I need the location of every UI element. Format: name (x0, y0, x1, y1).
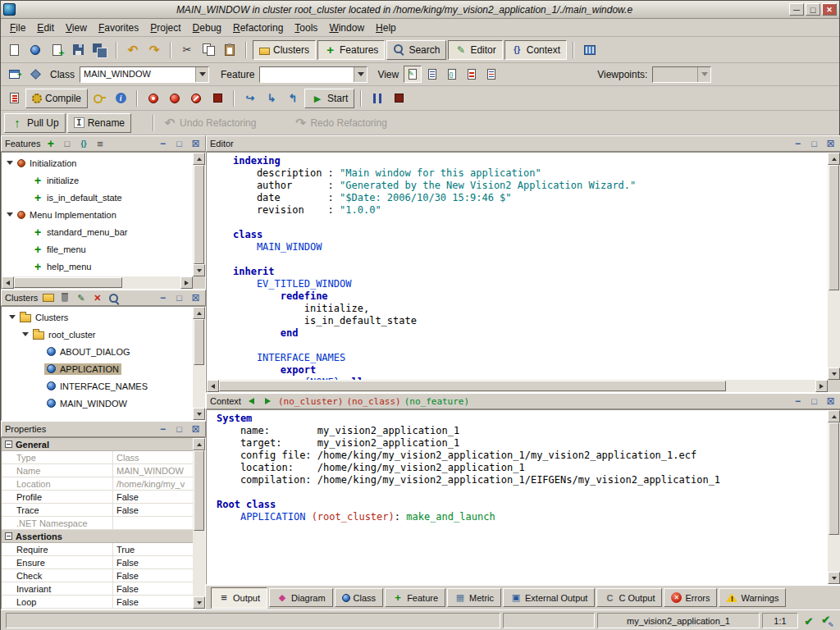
property-value[interactable]: False (113, 492, 193, 502)
pull-up-button[interactable]: Pull Up (4, 113, 66, 133)
edit-cluster-icon[interactable] (75, 292, 87, 304)
clusters-minimize-button[interactable] (157, 292, 169, 304)
menu-item-tools[interactable]: Tools (289, 20, 323, 36)
scroll-track[interactable] (193, 450, 205, 596)
context-vscrollbar[interactable] (828, 410, 840, 584)
tab-errors[interactable]: Errors (664, 588, 717, 607)
clusters-vscrollbar[interactable] (193, 307, 205, 420)
collapse-icon[interactable] (5, 441, 12, 448)
menu-item-project[interactable]: Project (144, 20, 186, 36)
scroll-track[interactable] (828, 165, 840, 368)
property-value[interactable]: /home/king/my_v (113, 479, 193, 489)
class-combobox[interactable]: MAIN_WINDOW (80, 66, 209, 83)
clusters-maximize-button[interactable] (173, 292, 185, 304)
start-button[interactable]: Start (304, 89, 354, 108)
context-crumb[interactable]: (no_class) (346, 396, 400, 407)
feature-item-help_menu[interactable]: help_menu (2, 258, 193, 275)
new-class-button[interactable] (47, 40, 66, 60)
editor-hscrollbar[interactable] (207, 380, 828, 392)
step-over-button[interactable] (240, 89, 260, 108)
view-clickable-button[interactable] (423, 66, 441, 83)
features-hscrollbar[interactable] (2, 276, 193, 289)
toggle-editor-button[interactable]: Editor (448, 40, 502, 60)
property-value[interactable]: False (113, 597, 193, 607)
window-maximize-button[interactable] (806, 3, 820, 16)
toggle-context-button[interactable]: Context (504, 40, 567, 60)
open-file-button[interactable] (25, 40, 45, 60)
property-row-check[interactable]: CheckFalse (2, 569, 193, 582)
view-basic-text-button[interactable] (404, 66, 422, 83)
editor-minimize-button[interactable] (792, 138, 804, 150)
add-feature-icon[interactable] (44, 138, 57, 150)
feature-item-standard_menu_bar[interactable]: standard_menu_bar (2, 223, 193, 240)
features-close-button[interactable] (189, 138, 202, 150)
menu-item-refactoring[interactable]: Refactoring (227, 20, 289, 36)
context-minimize-button[interactable] (792, 395, 804, 408)
properties-vscrollbar[interactable] (193, 438, 205, 609)
properties-minimize-button[interactable] (157, 423, 169, 436)
tab-feature[interactable]: Feature (385, 588, 445, 607)
disable-breakpoints-button[interactable] (165, 89, 185, 108)
breakpoints-tool-button[interactable] (208, 89, 227, 108)
scroll-track[interactable] (193, 319, 205, 408)
property-row-type[interactable]: TypeClass (2, 451, 193, 464)
feature-list-icon[interactable] (94, 138, 106, 150)
feature-combo-value[interactable] (260, 67, 354, 82)
property-row-trace[interactable]: TraceFalse (2, 504, 193, 517)
scroll-thumb[interactable] (194, 165, 204, 264)
freeze-button[interactable] (89, 89, 109, 108)
cluster-class-main_window[interactable]: MAIN_WINDOW (2, 395, 193, 412)
expander-icon[interactable] (7, 161, 13, 165)
scroll-thumb[interactable] (829, 165, 839, 290)
scroll-down-button[interactable] (193, 596, 205, 609)
property-section-general[interactable]: General (2, 438, 193, 451)
step-out-button[interactable] (283, 89, 303, 108)
class-combo-arrow[interactable] (195, 67, 208, 82)
scroll-up-button[interactable] (193, 153, 205, 165)
feature-combobox[interactable] (259, 66, 368, 83)
editor-code[interactable]: indexing description : "Main window for … (207, 153, 828, 380)
enable-breakpoints-button[interactable] (144, 89, 163, 108)
history-forward-button[interactable] (262, 395, 274, 408)
property-section-assertions[interactable]: Assertions (2, 530, 193, 543)
menu-item-edit[interactable]: Edit (31, 20, 60, 36)
scroll-thumb[interactable] (194, 450, 204, 531)
menu-item-favorites[interactable]: Favorites (93, 20, 144, 36)
compile-button[interactable]: Compile (25, 89, 88, 108)
expander-icon[interactable] (9, 315, 16, 319)
context-maximize-button[interactable] (808, 395, 820, 408)
features-maximize-button[interactable] (173, 138, 185, 150)
scroll-thumb[interactable] (219, 381, 726, 391)
step-into-button[interactable] (262, 89, 281, 108)
property-value[interactable]: False (113, 584, 193, 594)
menu-item-window[interactable]: Window (323, 20, 370, 36)
context-output[interactable]: System name: my_vision2_application_1 ta… (207, 410, 828, 584)
property-row-profile[interactable]: ProfileFalse (2, 491, 193, 504)
feature-item-initialize[interactable]: initialize (2, 171, 193, 189)
scroll-down-button[interactable] (193, 264, 205, 276)
context-crumb[interactable]: (no_cluster) (278, 396, 343, 407)
undo-refactoring-button[interactable]: Undo Refactoring (160, 113, 259, 133)
view-flat-contract-button[interactable] (482, 66, 500, 83)
class-combo-value[interactable]: MAIN_WINDOW (80, 67, 195, 82)
property-value[interactable]: MAIN_WINDOW (113, 466, 193, 476)
cluster-class-interface_names[interactable]: INTERFACE_NAMES (2, 377, 193, 395)
feature-group-menu-implementation[interactable]: Menu Implementation (2, 206, 193, 223)
expander-icon[interactable] (7, 212, 13, 217)
remove-cluster-icon[interactable] (58, 292, 71, 304)
scroll-track[interactable] (193, 165, 205, 264)
paste-button[interactable] (220, 40, 240, 60)
properties-maximize-button[interactable] (173, 423, 185, 436)
property-value[interactable]: True (113, 545, 193, 555)
feature-group-initialization[interactable]: Initialization (2, 154, 193, 171)
editor-maximize-button[interactable] (808, 138, 820, 150)
scroll-track[interactable] (828, 422, 840, 572)
menu-item-help[interactable]: Help (370, 20, 402, 36)
melt-button[interactable] (4, 89, 24, 108)
view-flat-button[interactable] (443, 66, 461, 83)
menu-item-file[interactable]: File (4, 20, 31, 36)
pause-button[interactable] (368, 89, 387, 108)
scroll-up-button[interactable] (193, 307, 205, 319)
property-row-location[interactable]: Location/home/king/my_v (2, 477, 193, 491)
property-value[interactable]: False (113, 558, 193, 568)
